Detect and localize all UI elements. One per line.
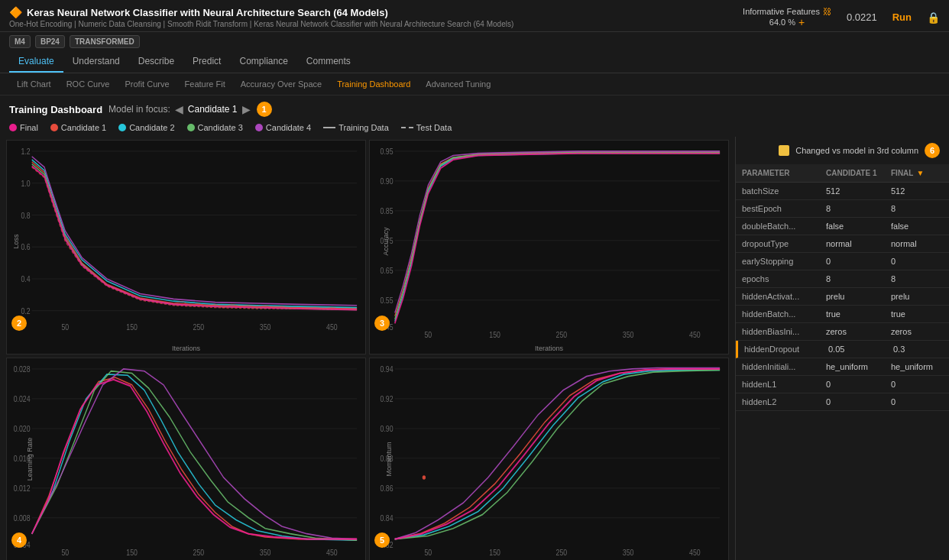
badge-2-container: 2 (11, 316, 27, 331)
changed-label: Changed vs model in 3rd column (795, 146, 918, 155)
subnav-roc-curve[interactable]: ROC Curve (59, 76, 118, 92)
svg-text:0.65: 0.65 (381, 266, 394, 275)
svg-text:0.2: 0.2 (21, 306, 31, 316)
sub-nav: Lift Chart ROC Curve Profit Curve Featur… (0, 73, 949, 95)
keras-icon: 🔶 (9, 6, 22, 18)
header: 🔶 Keras Neural Network Classifier with N… (0, 0, 949, 32)
main-content: Loss 1.2 1.0 0.8 0.6 0.4 0.2 (0, 137, 949, 560)
table-row: hiddenActivat... prelu prelu (736, 288, 949, 306)
chart-momentum-inner: Momentum 0.94 0.92 0.90 0.88 0.86 0.84 0… (370, 358, 728, 561)
param-candidate1: false (820, 218, 885, 235)
svg-text:150: 150 (489, 547, 500, 556)
param-final: 512 (885, 183, 942, 199)
chart-lr: Learning Rate 0.028 0.024 0.020 0.016 0.… (6, 358, 366, 561)
legend-dot-c1 (50, 124, 58, 131)
svg-text:0.4: 0.4 (21, 274, 31, 283)
param-name: earlyStopping (736, 253, 820, 270)
param-name: hiddenBiasIni... (736, 323, 820, 340)
tag-transformed: TRANSFORMED (70, 35, 140, 48)
changed-indicator (779, 145, 789, 156)
tab-evaluate[interactable]: Evaluate (9, 51, 63, 73)
subnav-lift-chart[interactable]: Lift Chart (9, 76, 59, 92)
svg-text:0.024: 0.024 (14, 394, 31, 403)
sort-icon[interactable]: ▼ (916, 169, 924, 177)
chart-lr-ylabel: Learning Rate (26, 437, 34, 481)
informative-features: Informative Features ⛓ 64.0 % + (743, 7, 831, 28)
legend-candidate2: Candidate 2 (118, 123, 174, 132)
svg-point-71 (423, 475, 426, 480)
tab-describe[interactable]: Describe (129, 51, 183, 73)
param-name: dropoutType (736, 235, 820, 252)
chart-accuracy: Accuracy 0.95 0.90 0.85 0.75 0.65 0.55 0… (369, 140, 729, 354)
table-row: earlyStopping 0 0 (736, 253, 949, 270)
param-candidate1: normal (820, 235, 885, 252)
table-row: hiddenL1 0 0 (736, 376, 949, 393)
param-candidate1: 8 (820, 270, 885, 287)
legend-dot-final (9, 124, 17, 131)
svg-text:350: 350 (623, 330, 634, 339)
param-candidate1: true (820, 306, 885, 322)
svg-text:250: 250 (556, 547, 568, 556)
badge-5: 5 (374, 532, 390, 548)
add-features-icon[interactable]: + (798, 16, 805, 28)
svg-text:0.90: 0.90 (381, 424, 394, 433)
param-candidate1: 0 (820, 253, 885, 270)
legend-line-training (323, 127, 335, 128)
tab-understand[interactable]: Understand (63, 51, 129, 73)
param-table: PARAMETER CANDIDATE 1 FINAL ▼ batchSize … (736, 164, 949, 560)
training-dashboard-title: Training Dashboard (9, 104, 102, 115)
legend-final: Final (9, 123, 38, 132)
tag-m4: M4 (9, 35, 31, 48)
param-name: bestEpoch (736, 200, 820, 217)
network-icon: ⛓ (823, 7, 831, 16)
param-candidate1: zeros (820, 323, 885, 340)
chart-accuracy-inner: Accuracy 0.95 0.90 0.85 0.75 0.65 0.55 0… (370, 141, 728, 343)
subnav-profit-curve[interactable]: Profit Curve (117, 76, 177, 92)
prev-model-arrow[interactable]: ◀ (175, 103, 183, 115)
tag-bp24: BP24 (35, 35, 65, 48)
svg-text:0.95: 0.95 (381, 147, 394, 156)
tab-comments[interactable]: Comments (297, 51, 360, 73)
svg-text:450: 450 (326, 322, 338, 332)
param-candidate1: 512 (820, 183, 885, 199)
tab-predict[interactable]: Predict (183, 51, 230, 73)
badge-3: 3 (374, 316, 390, 331)
param-name: batchSize (736, 183, 820, 199)
svg-text:350: 350 (260, 322, 271, 332)
param-name: hiddenInitiali... (736, 358, 820, 375)
run-button[interactable]: Run (892, 11, 912, 23)
table-row: hiddenBiasIni... zeros zeros (736, 323, 949, 341)
param-name: hiddenActivat... (736, 288, 820, 305)
svg-text:50: 50 (424, 547, 432, 556)
header-title: 🔶 Keras Neural Network Classifier with N… (9, 6, 513, 18)
legend-dot-c3 (187, 124, 195, 131)
svg-text:450: 450 (689, 547, 701, 556)
current-model-name: Candidate 1 (188, 104, 238, 115)
header-right: Informative Features ⛓ 64.0 % + 0.0221 R… (743, 7, 940, 28)
table-row: batchSize 512 512 (736, 183, 949, 200)
param-name: hiddenL2 (736, 393, 820, 410)
subnav-training-dashboard[interactable]: Training Dashboard (329, 76, 418, 92)
legend-candidate3: Candidate 3 (187, 123, 243, 132)
param-final: 8 (885, 200, 942, 217)
param-final: prelu (885, 288, 942, 305)
badge-4-container: 4 (11, 532, 27, 548)
svg-text:1.2: 1.2 (21, 147, 31, 156)
tab-compliance[interactable]: Compliance (230, 51, 296, 73)
table-row: dropoutType normal normal (736, 235, 949, 253)
param-final: 0 (885, 393, 942, 410)
subnav-advanced-tuning[interactable]: Advanced Tuning (418, 76, 498, 92)
svg-text:150: 150 (126, 322, 138, 332)
chart-loss-ylabel: Loss (12, 235, 20, 249)
svg-text:0.86: 0.86 (381, 483, 394, 492)
param-candidate1: prelu (820, 288, 885, 305)
svg-text:1.0: 1.0 (21, 179, 31, 188)
param-candidate1: he_uniform (820, 358, 885, 375)
next-model-arrow[interactable]: ▶ (242, 103, 251, 115)
svg-text:350: 350 (623, 547, 634, 556)
legend-dashed-test (401, 127, 413, 128)
table-row: hiddenBatch... true true (736, 306, 949, 323)
subnav-feature-fit[interactable]: Feature Fit (177, 76, 233, 92)
header-subtitle: One-Hot Encoding | Numeric Data Cleansin… (9, 20, 513, 28)
subnav-accuracy-over-space[interactable]: Accuracy Over Space (233, 76, 329, 92)
